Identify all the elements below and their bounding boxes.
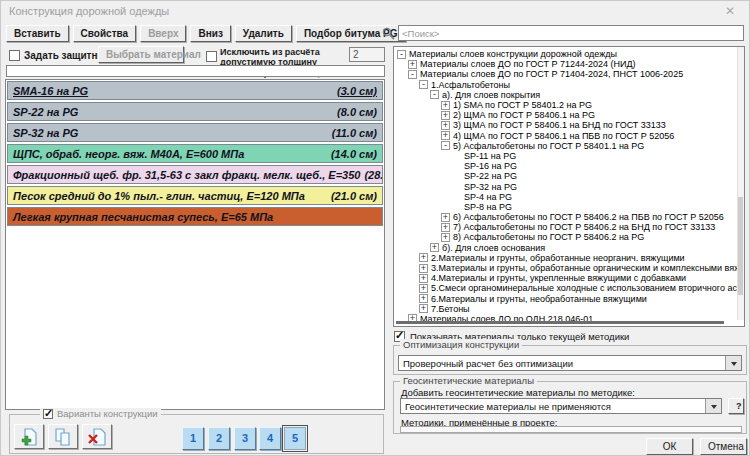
layer-name: SMA-16 на PG	[13, 85, 88, 97]
delete-button[interactable]: Удалить	[235, 25, 292, 42]
geosynthetics-select[interactable]: Геосинтетические материалы не применяютс…	[400, 398, 722, 414]
layer-row[interactable]: Легкая крупная песчанистая супесь, Е=65 …	[7, 207, 383, 226]
add-variant-button[interactable]	[14, 424, 44, 449]
tree-node-label: SP-16 на PG	[464, 161, 517, 171]
cancel-button[interactable]: Отмена	[700, 438, 747, 455]
expand-icon[interactable]: +	[441, 131, 450, 140]
wear-thickness-input[interactable]	[349, 47, 385, 62]
tree-node[interactable]: -а). Для слоев покрытия	[394, 90, 744, 100]
expand-icon[interactable]: +	[419, 274, 428, 283]
variant-button-2[interactable]: 2	[208, 427, 230, 450]
tree-node[interactable]: +3) ЩМА по ГОСТ Р 58406.1 на БНД по ГОСТ…	[394, 120, 744, 130]
expand-icon[interactable]: +	[441, 101, 450, 110]
layer-row[interactable]: Фракционный щеб. фр. 31,5-63 с закл фрак…	[7, 165, 383, 184]
layer-thickness: (8.0 см)	[333, 106, 377, 118]
tree-node-label: SP-22 на PG	[464, 171, 517, 181]
tree-node[interactable]: +б). Для слоев основания	[394, 243, 744, 253]
tree-node-label: 2) ЩМА по ГОСТ Р 58406.1 на PG	[453, 110, 595, 120]
help-button[interactable]: ?	[728, 398, 744, 414]
tree-node[interactable]: SP-4 на PG	[394, 192, 744, 202]
tree-node[interactable]: -Материалы слоев конструкции дорожной од…	[394, 49, 744, 59]
expand-icon[interactable]: +	[441, 213, 450, 222]
insert-button[interactable]: Вставить	[6, 25, 69, 42]
optimization-select[interactable]: Проверочный расчет без оптимизации	[398, 355, 742, 371]
properties-button[interactable]: Свойства	[73, 25, 137, 42]
copy-pages-icon	[53, 427, 73, 447]
tree-node[interactable]: +1) SMA по ГОСТ Р 58401.2 на PG	[394, 100, 744, 110]
collapse-icon[interactable]: -	[419, 80, 428, 89]
horizontal-scrollbar[interactable]	[396, 321, 724, 324]
chevron-down-icon[interactable]	[705, 399, 721, 413]
tree-node[interactable]: +7.Бетоны	[394, 304, 744, 314]
close-icon[interactable]: ✕	[725, 4, 735, 18]
tree-node[interactable]: SP-22 на PG	[394, 171, 744, 181]
tree-node[interactable]: -Материалы слоев ДО по ГОСТ Р 71404-2024…	[394, 69, 744, 79]
tree-node[interactable]: +2) ЩМА по ГОСТ Р 58406.1 на PG	[394, 110, 744, 120]
collapse-icon[interactable]: -	[408, 70, 417, 79]
tree-node[interactable]: +6.Материалы и грунты, необработанные вя…	[394, 294, 744, 304]
tree-node[interactable]: +6) Асфальтобетоны по ГОСТ Р 58406.2 на …	[394, 212, 744, 222]
collapse-icon[interactable]: -	[441, 141, 450, 150]
search-input[interactable]	[398, 25, 744, 41]
layer-thickness: (21.0 см)	[327, 190, 377, 202]
tree-node-label: а). Для слоев покрытия	[442, 90, 540, 100]
expand-icon[interactable]: +	[408, 60, 417, 69]
expand-icon[interactable]: +	[441, 233, 450, 242]
tree-node[interactable]: -5) Асфальтобетоны по ГОСТ Р 58401.1 на …	[394, 141, 744, 151]
expand-icon[interactable]: +	[430, 243, 439, 252]
layer-row[interactable]: ЩПС, обраб. неорг. вяж. М40А, Е=600 МПа …	[7, 144, 383, 163]
layer-name: SP-32 на PG	[13, 127, 78, 139]
tree-node[interactable]: +4) ЩМА по ГОСТ Р 58406.1 на ПБВ по ГОСТ…	[394, 131, 744, 141]
tree-node[interactable]: SP-11 на PG	[394, 151, 744, 161]
layer-row[interactable]: SP-22 на PG (8.0 см)	[7, 102, 383, 121]
collapse-icon[interactable]: -	[397, 50, 406, 59]
variants-group-label: Варианты конструкции	[40, 408, 161, 419]
scrollbar-thumb[interactable]	[738, 197, 743, 295]
move-down-button[interactable]: Вниз	[190, 25, 230, 42]
tree-node[interactable]: +Материалы слоев ДО по ГОСТ Р 71244-2024…	[394, 59, 744, 69]
tree-node[interactable]: SP-8 на PG	[394, 202, 744, 212]
select-material-button[interactable]: Выбрать материал	[98, 46, 184, 63]
tree-node-label: SP-4 на PG	[464, 192, 512, 202]
expand-icon[interactable]: +	[419, 264, 428, 273]
layer-row[interactable]: SMA-16 на PG (3.0 см)	[7, 81, 383, 100]
chevron-down-icon[interactable]	[725, 356, 741, 370]
tree-node[interactable]: +3.Материалы и грунты, обработанные орга…	[394, 263, 744, 273]
variant-button-3[interactable]: 3	[234, 427, 256, 450]
tree-node-label: Материалы слоев конструкции дорожной оде…	[409, 49, 617, 59]
tree-node[interactable]: SP-32 на PG	[394, 181, 744, 191]
geosynthetics-group-label: Геосинтетические материалы	[400, 375, 537, 386]
expand-icon[interactable]: +	[419, 304, 428, 313]
variants-checkbox[interactable]	[43, 409, 53, 419]
vertical-scrollbar[interactable]	[737, 47, 744, 320]
tree-node[interactable]: +4.Материалы и грунты, укрепленные вяжущ…	[394, 273, 744, 283]
road-pavement-dialog: { "window": { "title": "Конструкция доро…	[0, 0, 750, 456]
exclude-wear-checkbox[interactable]	[206, 51, 217, 62]
layer-row[interactable]: SP-32 на PG (11.0 см)	[7, 123, 383, 142]
move-up-button[interactable]: Вверх	[140, 25, 186, 42]
ok-button[interactable]: ОК	[646, 438, 693, 455]
expand-icon[interactable]: +	[419, 284, 428, 293]
tree-node[interactable]: +5.Смеси органоминеральные холодные с ис…	[394, 283, 744, 293]
copy-variant-button[interactable]	[48, 424, 78, 449]
tree-node[interactable]: +8) Асфальтобетоны по ГОСТ Р 58406.2 на …	[394, 232, 744, 242]
protective-layer-checkbox[interactable]	[9, 50, 20, 61]
delete-variant-button[interactable]	[82, 424, 112, 449]
layer-name: Песок средний до 1% пыл.- глин. частиц, …	[13, 190, 305, 202]
expand-icon[interactable]: +	[441, 111, 450, 120]
tree-node[interactable]: +2.Материалы и грунты, обработанные неор…	[394, 253, 744, 263]
tree-node[interactable]: -1.Асфальтобетоны	[394, 80, 744, 90]
window-title: Конструкция дорожной одежды	[9, 5, 169, 17]
expand-icon[interactable]: +	[441, 223, 450, 232]
variant-button-5[interactable]: 5	[284, 427, 306, 450]
expand-icon[interactable]: +	[419, 294, 428, 303]
tree-node[interactable]: SP-16 на PG	[394, 161, 744, 171]
expand-icon[interactable]: +	[419, 253, 428, 262]
variant-button-4[interactable]: 4	[259, 427, 281, 450]
tree-node[interactable]: +7) Асфальтобетоны по ГОСТ Р 58406.2 на …	[394, 222, 744, 232]
collapse-icon[interactable]: -	[430, 90, 439, 99]
layer-row[interactable]: Песок средний до 1% пыл.- глин. частиц, …	[7, 186, 383, 205]
expand-icon[interactable]: +	[441, 121, 450, 130]
variant-button-1[interactable]: 1	[182, 427, 204, 450]
delete-page-icon	[87, 427, 107, 447]
